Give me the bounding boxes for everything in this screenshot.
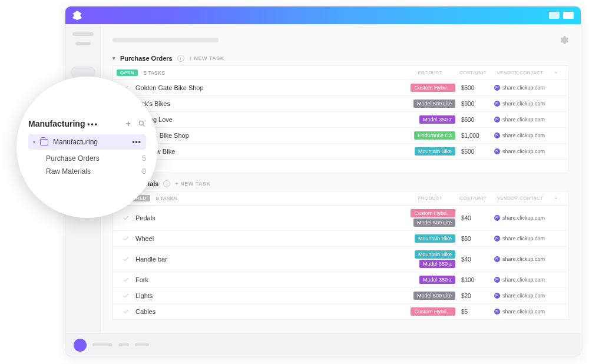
cost-cell: $20	[455, 293, 491, 299]
sidebar-folder-manufacturing[interactable]: ▾ Manufacturing •••	[28, 134, 146, 150]
product-chip[interactable]: Model 350 z	[419, 260, 455, 268]
add-column-button[interactable]: ＋	[550, 70, 562, 76]
vendor-cell[interactable]: ⇱share.clickup.com	[491, 309, 550, 315]
link-icon: ⇱	[494, 101, 500, 107]
settings-icon[interactable]	[558, 35, 569, 45]
ghost-line	[75, 42, 91, 45]
section-purchase-orders: ▾ Purchase Orders i + NEW TASK OPEN 5 TA…	[112, 55, 569, 173]
task-row[interactable]: Cycling LoveModel 350 z$600⇱share.clicku…	[113, 111, 568, 127]
col-product: PRODUCT	[405, 70, 455, 75]
space-more-icon[interactable]: •••	[87, 120, 98, 128]
product-chip[interactable]: Mountain Bike	[415, 250, 455, 259]
task-row[interactable]: ForkModel 350 z$100⇱share.clickup.com	[113, 272, 568, 287]
task-row[interactable]: Rick's BikesModel 500 Lite$900⇱share.cli…	[113, 95, 568, 111]
product-chip[interactable]: Endurance C3	[414, 131, 455, 140]
vendor-cell[interactable]: ⇱share.clickup.com	[491, 215, 550, 221]
check-icon	[123, 235, 130, 242]
col-vendor: VENDOR CONTACT	[491, 196, 550, 201]
cost-cell: $100	[455, 277, 491, 283]
product-chip[interactable]: Mountain Bike	[415, 234, 455, 243]
task-row[interactable]: Golden Gate Bike ShopCustom Hybri…$500⇱s…	[113, 80, 568, 95]
link-icon: ⇱	[494, 148, 500, 154]
add-button[interactable]: +	[126, 119, 131, 128]
task-count: 5 TASKS	[144, 70, 165, 76]
new-task-button[interactable]: + NEW TASK	[189, 55, 224, 61]
ghost-line	[135, 343, 149, 346]
vendor-cell[interactable]: ⇱share.clickup.com	[491, 85, 550, 91]
product-chip[interactable]: Custom Hybri…	[411, 84, 455, 92]
svg-point-0	[139, 121, 143, 125]
vendor-cell[interactable]: ⇱share.clickup.com	[491, 133, 550, 138]
chevron-down-icon[interactable]: ▾	[33, 140, 35, 145]
section-title: Purchase Orders	[120, 55, 173, 62]
task-name: Handle bar	[135, 256, 167, 263]
task-row[interactable]: WheelMountain Bike$60⇱share.clickup.com	[113, 230, 568, 246]
section-header[interactable]: ▾ aw Materials i + NEW TASK	[112, 180, 569, 187]
ghost-line	[118, 343, 129, 346]
window-min-button[interactable]	[549, 12, 560, 19]
ghost-line	[72, 32, 94, 36]
section-header[interactable]: ▾ Purchase Orders i + NEW TASK	[112, 55, 569, 62]
item-more-icon[interactable]: •••	[132, 138, 141, 146]
window-controls	[549, 12, 574, 19]
vendor-cell[interactable]: ⇱share.clickup.com	[491, 117, 550, 123]
col-vendor: VENDOR CONTACT	[491, 70, 550, 75]
link-icon: ⇱	[494, 117, 500, 123]
product-chip[interactable]: Model 350 z	[419, 115, 455, 124]
check-icon	[123, 292, 130, 299]
col-cost: COST/UNIT	[455, 70, 491, 75]
add-column-button[interactable]: ＋	[550, 195, 562, 201]
app-logo-icon	[72, 11, 82, 20]
task-row[interactable]: LightsModel 500 Lite$20⇱share.clickup.co…	[113, 287, 568, 303]
list-label: Purchase Orders	[46, 154, 100, 163]
link-icon: ⇱	[494, 256, 500, 262]
product-chip[interactable]: Model 500 Lite	[413, 292, 455, 300]
window-max-button[interactable]	[563, 12, 574, 19]
vendor-cell[interactable]: ⇱share.clickup.com	[491, 101, 550, 107]
task-rows: Golden Gate Bike ShopCustom Hybri…$500⇱s…	[112, 80, 569, 160]
space-name[interactable]: Manufacturing	[28, 119, 85, 128]
task-row[interactable]: Rainbow BikeMountain Bike$500⇱share.clic…	[113, 143, 568, 159]
product-cell: Model 350 z	[405, 115, 455, 124]
list-count: 8	[142, 167, 146, 176]
task-name: Golden Gate Bike Shop	[135, 84, 204, 91]
vendor-cell[interactable]: ⇱share.clickup.com	[491, 148, 550, 154]
add-task-row[interactable]: + ADD TASK	[113, 160, 568, 173]
cost-cell: $500	[455, 148, 491, 155]
task-row[interactable]: Handle barMountain BikeModel 350 z$40⇱sh…	[113, 246, 568, 272]
link-icon: ⇱	[494, 236, 500, 241]
link-icon: ⇱	[494, 309, 500, 315]
product-cell: Model 500 Lite	[405, 292, 455, 300]
main-panel: ▾ Purchase Orders i + NEW TASK OPEN 5 TA…	[101, 24, 581, 333]
info-icon[interactable]: i	[163, 180, 170, 187]
product-chip[interactable]: Model 500 Lite	[413, 219, 455, 227]
link-icon: ⇱	[494, 277, 500, 283]
new-task-button[interactable]: + NEW TASK	[175, 181, 210, 187]
sidebar-list-raw-materials[interactable]: Raw Materials 8	[28, 167, 146, 176]
section-subheader: REQUIRED 8 TASKS PRODUCT COST/UNIT VENDO…	[112, 191, 569, 206]
product-chip[interactable]: Model 350 z	[419, 276, 455, 284]
task-row[interactable]: CablesCustom Hybri…$5⇱share.clickup.com	[113, 303, 568, 319]
search-icon[interactable]	[138, 120, 146, 128]
chat-icon[interactable]	[74, 339, 87, 352]
list-label: Raw Materials	[46, 167, 91, 176]
cost-cell: $40	[455, 256, 491, 263]
sidebar-popup: Manufacturing ••• + ▾ Manufacturing ••• …	[16, 77, 158, 218]
vendor-cell[interactable]: ⇱share.clickup.com	[491, 256, 550, 262]
ghost-heading	[112, 38, 219, 42]
vendor-cell[interactable]: ⇱share.clickup.com	[491, 277, 550, 283]
product-chip[interactable]: Custom Hybri…	[411, 307, 455, 316]
product-chip[interactable]: Model 500 Lite	[413, 100, 455, 108]
task-row[interactable]: PedalsCustom Hybri…Model 500 Lite$40⇱sha…	[113, 206, 568, 230]
status-badge[interactable]: OPEN	[117, 70, 138, 76]
product-chip[interactable]: Mountain Bike	[415, 147, 455, 155]
info-icon[interactable]: i	[177, 55, 184, 62]
check-icon	[123, 256, 130, 263]
collapse-caret-icon[interactable]: ▾	[112, 55, 115, 61]
task-row[interactable]: Jenna's Bike ShopEndurance C3$1,000⇱shar…	[113, 127, 568, 143]
vendor-cell[interactable]: ⇱share.clickup.com	[491, 236, 550, 241]
vendor-cell[interactable]: ⇱share.clickup.com	[491, 293, 550, 299]
product-chip[interactable]: Custom Hybri…	[411, 209, 455, 217]
sidebar-list-purchase-orders[interactable]: Purchase Orders 5	[28, 154, 146, 163]
product-cell: Mountain Bike	[405, 147, 455, 155]
